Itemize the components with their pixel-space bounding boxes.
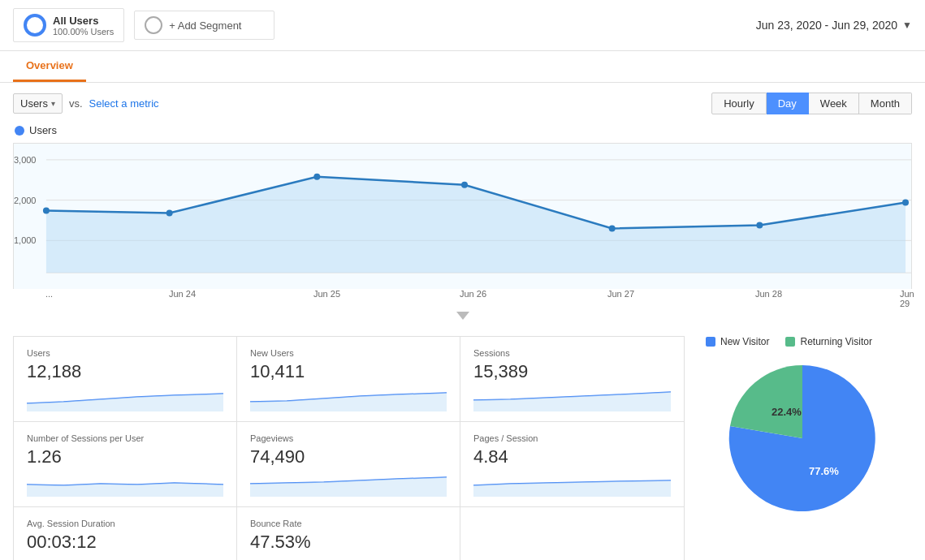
metric-bounce-rate: Bounce Rate 47.53% (237, 507, 460, 560)
svg-marker-15 (27, 394, 223, 411)
metric-sessions-name: Sessions (473, 348, 671, 358)
metric-pages-per-session-name: Pages / Session (473, 433, 671, 443)
metric-sessions-per-user-value: 1.26 (27, 446, 223, 467)
week-button[interactable]: Week (809, 93, 859, 114)
metric-users-value: 12,188 (27, 361, 223, 382)
svg-marker-20 (473, 480, 671, 497)
svg-text:2,000: 2,000 (14, 196, 36, 205)
x-label-jun25: Jun 25 (313, 289, 340, 299)
controls-row: Users ▾ vs. Select a metric Hourly Day W… (0, 83, 925, 124)
metric-new-users-chart (250, 387, 447, 411)
pie-chart-section: New Visitor Returning Visitor (685, 336, 912, 560)
metric-sessions-per-user-name: Number of Sessions per User (27, 433, 223, 443)
date-range-arrow-icon: ▼ (902, 19, 912, 31)
pie-legend-returning-visitor: Returning Visitor (785, 336, 872, 347)
metric-pageviews-chart (250, 472, 447, 497)
metric-empty (460, 507, 684, 560)
segments-row: All Users 100.00% Users + Add Segment (13, 8, 274, 42)
svg-point-10 (313, 174, 320, 180)
day-button[interactable]: Day (767, 93, 809, 114)
metric-users-name: Users (27, 348, 223, 358)
returning-visitor-color (785, 337, 795, 347)
metric-selector: Users ▾ vs. Select a metric (13, 93, 159, 114)
pie-chart: 22.4% 77.6% (721, 357, 875, 511)
svg-text:22.4%: 22.4% (772, 406, 802, 418)
chart-legend-label: Users (29, 124, 57, 136)
select-metric-link[interactable]: Select a metric (89, 97, 159, 110)
tabs-row: Overview (0, 51, 925, 83)
metric-sessions-chart (473, 387, 671, 411)
metric-bounce-rate-value: 47.53% (250, 532, 447, 553)
date-range-selector[interactable]: Jun 23, 2020 - Jun 29, 2020 ▼ (756, 19, 912, 32)
metric-avg-session-duration: Avg. Session Duration 00:03:12 (14, 507, 237, 560)
metric-dropdown[interactable]: Users ▾ (13, 93, 63, 114)
segment-label: All Users (53, 15, 114, 27)
svg-text:1,000: 1,000 (14, 235, 36, 245)
x-label-jun28: Jun 28 (755, 289, 782, 299)
metric-users: Users 12,188 (14, 337, 237, 422)
date-range-text: Jun 23, 2020 - Jun 29, 2020 (756, 19, 897, 32)
svg-text:3,000: 3,000 (14, 155, 36, 165)
all-users-segment[interactable]: All Users 100.00% Users (13, 8, 124, 42)
metric-new-users-name: New Users (250, 348, 447, 358)
x-label-jun24: Jun 24 (169, 289, 196, 299)
metric-sessions-per-user: Number of Sessions per User 1.26 (14, 422, 237, 507)
month-button[interactable]: Month (859, 93, 912, 114)
metric-sessions-value: 15,389 (473, 361, 671, 382)
metric-pageviews: Pageviews 74,490 (237, 422, 460, 507)
chart-svg: 3,000 2,000 1,000 (14, 144, 911, 289)
svg-point-12 (609, 225, 616, 231)
returning-visitor-label: Returning Visitor (800, 336, 872, 347)
metrics-grid: Users 12,188 New Users 10,411 (13, 336, 685, 560)
x-label-start: ... (45, 289, 53, 299)
vs-label: vs. (69, 97, 83, 110)
metric-bounce-rate-name: Bounce Rate (250, 519, 447, 528)
scroll-down-button[interactable] (456, 312, 469, 320)
metric-dropdown-arrow-icon: ▾ (51, 99, 55, 108)
svg-point-8 (43, 208, 50, 214)
x-label-jun26: Jun 26 (460, 289, 486, 299)
pie-legend: New Visitor Returning Visitor (698, 336, 872, 347)
metric-avg-session-duration-name: Avg. Session Duration (27, 519, 223, 528)
metric-sessions: Sessions 15,389 (460, 337, 684, 422)
hourly-button[interactable]: Hourly (711, 93, 767, 114)
svg-point-14 (902, 200, 909, 206)
metric-pageviews-value: 74,490 (250, 446, 447, 467)
x-axis-labels: ... Jun 24 Jun 25 Jun 26 Jun 27 Jun 28 J… (45, 289, 912, 305)
x-label-jun27: Jun 27 (607, 289, 634, 299)
tab-overview[interactable]: Overview (13, 51, 86, 82)
add-segment-button[interactable]: + Add Segment (134, 11, 274, 40)
metric-avg-session-duration-value: 00:03:12 (27, 532, 223, 553)
metric-new-users: New Users 10,411 (237, 337, 460, 422)
segment-sublabel: 100.00% Users (53, 27, 114, 37)
metric-new-users-value: 10,411 (250, 361, 447, 382)
metric-dropdown-label: Users (20, 97, 48, 110)
chart-area: Users 3,000 2,000 1,000 (0, 124, 925, 323)
metric-users-chart (27, 387, 223, 411)
svg-point-9 (166, 210, 173, 217)
users-legend-dot (15, 126, 24, 136)
time-button-group: Hourly Day Week Month (711, 93, 912, 114)
metric-pages-per-session: Pages / Session 4.84 (460, 422, 684, 507)
line-chart: 3,000 2,000 1,000 (13, 143, 912, 289)
svg-marker-7 (46, 177, 906, 273)
pie-legend-new-visitor: New Visitor (706, 336, 769, 347)
add-circle-icon (145, 16, 162, 34)
svg-marker-19 (250, 477, 447, 497)
scroll-indicator (13, 308, 912, 323)
metrics-grid-wrapper: Users 12,188 New Users 10,411 (13, 336, 685, 560)
metric-pageviews-name: Pageviews (250, 433, 447, 443)
metric-pages-per-session-value: 4.84 (473, 446, 671, 467)
svg-text:77.6%: 77.6% (809, 465, 839, 477)
svg-marker-17 (473, 392, 671, 411)
segment-circle (24, 14, 46, 37)
metric-pages-per-session-chart (473, 472, 671, 497)
new-visitor-label: New Visitor (720, 336, 769, 347)
svg-marker-16 (250, 393, 447, 411)
header: All Users 100.00% Users + Add Segment Ju… (0, 0, 925, 51)
pie-svg: 22.4% 77.6% (721, 357, 884, 519)
metrics-section: Users 12,188 New Users 10,411 (0, 323, 925, 560)
new-visitor-color (706, 337, 715, 347)
svg-point-13 (756, 222, 763, 228)
segment-info: All Users 100.00% Users (53, 15, 114, 37)
